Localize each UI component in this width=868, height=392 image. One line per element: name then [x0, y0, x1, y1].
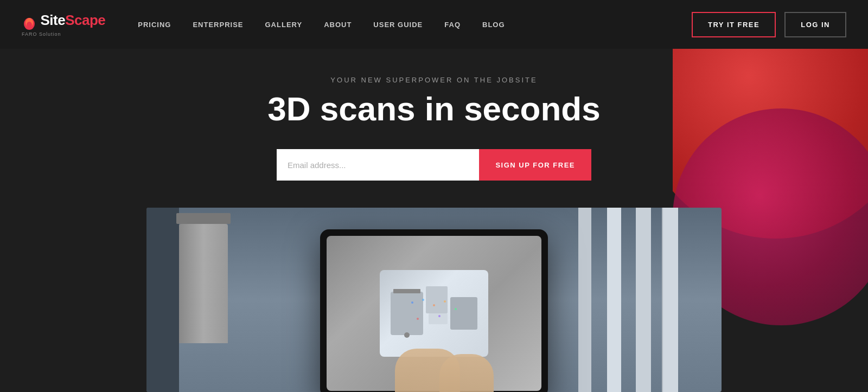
hero-title: 3D scans in seconds [267, 91, 600, 127]
scene-water-heater-top [176, 213, 231, 224]
hero-subtitle: YOUR NEW SUPERPOWER ON THE JOBSITE [330, 76, 537, 84]
svg-rect-5 [450, 297, 477, 330]
nav-link-blog[interactable]: BLOG [482, 21, 505, 29]
nav-link-enterprise[interactable]: ENTERPRISE [193, 21, 243, 29]
nav-links: PRICING ENTERPRISE GALLERY ABOUT USER GU… [138, 21, 692, 29]
scene-pipe-3 [607, 208, 621, 392]
logo-icon [22, 15, 37, 30]
svg-rect-6 [393, 289, 420, 293]
signup-button[interactable]: SIGN UP FOR FREE [479, 149, 591, 181]
svg-point-7 [404, 332, 410, 338]
svg-rect-8 [429, 313, 448, 324]
nav-link-gallery[interactable]: GALLERY [265, 21, 303, 29]
scene-pipe-4 [578, 208, 591, 392]
svg-point-2 [27, 22, 32, 28]
hand-right [439, 354, 494, 392]
nav-link-about[interactable]: ABOUT [324, 21, 352, 29]
svg-point-11 [433, 304, 435, 306]
signup-form: SIGN UP FOR FREE [277, 149, 591, 181]
hero-section: YOUR NEW SUPERPOWER ON THE JOBSITE 3D sc… [0, 49, 868, 392]
svg-rect-3 [391, 292, 423, 335]
logo[interactable]: SiteScape FARO Solution [22, 12, 105, 37]
scene-door [146, 208, 179, 392]
scan-visualization [380, 270, 488, 357]
logo-subtitle: FARO Solution [22, 31, 105, 37]
email-input[interactable] [277, 149, 479, 181]
nav-link-user-guide[interactable]: USER GUIDE [373, 21, 423, 29]
svg-rect-4 [426, 286, 448, 313]
scene-pipe-1 [662, 208, 678, 392]
login-button[interactable]: LOG IN [784, 12, 846, 37]
svg-point-15 [438, 315, 441, 317]
try-it-free-button[interactable]: TRY IT FREE [692, 12, 776, 37]
navbar: SiteScape FARO Solution PRICING ENTERPRI… [0, 0, 868, 49]
nav-link-faq[interactable]: FAQ [444, 21, 461, 29]
hero-image-container [146, 208, 722, 392]
svg-point-12 [444, 300, 446, 303]
svg-point-9 [411, 301, 413, 304]
svg-point-13 [455, 308, 457, 310]
svg-point-14 [417, 318, 419, 320]
svg-point-10 [422, 299, 424, 301]
scene-pipe-2 [636, 208, 651, 392]
nav-actions: TRY IT FREE LOG IN [692, 12, 846, 37]
scan-object [380, 270, 488, 357]
nav-link-pricing[interactable]: PRICING [138, 21, 171, 29]
scene-water-heater [179, 224, 228, 343]
logo-text: SiteScape [40, 12, 105, 28]
